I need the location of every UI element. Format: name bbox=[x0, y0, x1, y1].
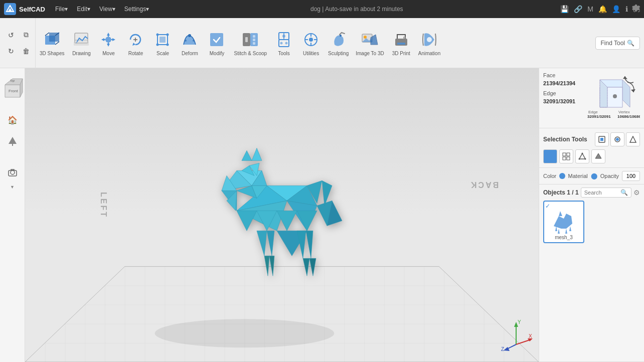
sel-wireframe[interactable] bbox=[559, 149, 573, 163]
app-logo[interactable]: SelfCAD bbox=[4, 3, 45, 15]
settings-menu[interactable]: Settings▾ bbox=[120, 4, 153, 15]
svg-marker-96 bbox=[237, 211, 257, 231]
horse-model-svg bbox=[177, 120, 387, 291]
bell-icon[interactable]: 🔔 bbox=[598, 5, 607, 13]
rotate-label: Rotate bbox=[128, 51, 143, 56]
svg-rect-34 bbox=[245, 37, 248, 42]
deform-label: Deform bbox=[182, 51, 198, 56]
camera-label: ▼ bbox=[10, 185, 15, 190]
find-tool-button[interactable]: Find Tool 🔍 bbox=[595, 37, 640, 50]
3d-print-icon bbox=[391, 30, 411, 50]
tool-sculpting[interactable]: Sculpting bbox=[325, 28, 352, 58]
material-icon[interactable]: ⬤ bbox=[591, 172, 597, 179]
viewport[interactable]: LEFT BACK bbox=[25, 68, 539, 362]
svg-point-24 bbox=[156, 34, 159, 36]
redo-button[interactable]: ↻ bbox=[4, 44, 18, 58]
edge-value: 32091/32091 bbox=[543, 98, 575, 104]
edit-menu[interactable]: Edit▾ bbox=[73, 4, 94, 15]
tool-move[interactable]: Move bbox=[95, 28, 121, 58]
3d-shapes-icon bbox=[42, 30, 62, 50]
scale-icon bbox=[152, 30, 173, 50]
svg-rect-36 bbox=[253, 39, 255, 41]
camera-button[interactable] bbox=[4, 163, 21, 180]
svg-marker-141 bbox=[559, 211, 562, 216]
svg-point-30 bbox=[193, 40, 195, 42]
color-swatch[interactable] bbox=[559, 173, 565, 179]
opacity-input[interactable] bbox=[622, 171, 640, 181]
share-icon[interactable]: 🔗 bbox=[574, 5, 582, 13]
z-axis-label: Z bbox=[501, 346, 504, 352]
tool-image-to-3d[interactable]: Image To 3D bbox=[353, 28, 387, 58]
material-section: Color Material ⬤ Opacity bbox=[539, 168, 644, 185]
svg-point-66 bbox=[11, 170, 15, 174]
utilities-label: Utilities bbox=[303, 51, 319, 56]
sel-vertex[interactable] bbox=[575, 149, 589, 163]
save-icon[interactable]: 💾 bbox=[560, 5, 569, 13]
orientation-widget[interactable]: Vertex 10686/10686 Edge 32091/32091 bbox=[587, 72, 640, 124]
sel-face[interactable] bbox=[591, 149, 605, 163]
sel-mode-icons bbox=[595, 132, 640, 146]
copy-button[interactable]: ⧉ bbox=[19, 28, 33, 42]
tool-3d-shapes[interactable]: 3D Shapes bbox=[37, 28, 67, 58]
panel-settings-gear[interactable] bbox=[632, 4, 640, 14]
animation-label: Animation bbox=[418, 51, 440, 56]
svg-point-128 bbox=[616, 138, 619, 141]
tool-utilities[interactable]: Utilities bbox=[298, 28, 324, 58]
svg-point-28 bbox=[188, 34, 191, 37]
m-icon[interactable]: M bbox=[587, 5, 593, 13]
tool-tools[interactable]: Tools bbox=[271, 28, 297, 58]
search-box[interactable]: 🔍 bbox=[581, 188, 631, 198]
file-menu[interactable]: File▾ bbox=[51, 4, 72, 15]
material-props-row: Color Material ⬤ Opacity bbox=[543, 171, 640, 181]
svg-marker-112 bbox=[622, 80, 630, 107]
tool-3d-print[interactable]: 3D Print bbox=[388, 28, 414, 58]
deform-icon bbox=[180, 30, 200, 50]
objects-settings-gear[interactable]: ⚙ bbox=[633, 189, 640, 197]
nav-cube[interactable]: Front Top bbox=[0, 75, 28, 105]
svg-marker-93 bbox=[309, 258, 316, 276]
tool-animation[interactable]: Animation bbox=[415, 28, 443, 58]
info-icon[interactable]: ℹ bbox=[625, 5, 628, 13]
delete-button[interactable]: 🗑 bbox=[19, 44, 33, 58]
list-item[interactable]: ✓ mesh_3 bbox=[543, 201, 584, 243]
undo-button[interactable]: ↺ bbox=[4, 28, 18, 42]
svg-marker-124 bbox=[623, 76, 627, 79]
tool-stitch-scoop[interactable]: Stitch & Scoop bbox=[231, 28, 270, 58]
profile-icon[interactable]: 👤 bbox=[612, 5, 620, 13]
sel-mode-2[interactable] bbox=[610, 132, 624, 146]
svg-marker-86 bbox=[257, 231, 267, 256]
sel-mode-3[interactable] bbox=[626, 132, 640, 146]
mesh-stats: Face 21394/21394 Edge 32091/32091 bbox=[543, 72, 585, 106]
objects-section: Objects 1 / 1 🔍 ⚙ ✓ bbox=[539, 185, 644, 362]
svg-rect-35 bbox=[253, 35, 255, 38]
svg-marker-143 bbox=[565, 229, 567, 234]
obj-thumbnail bbox=[546, 204, 581, 234]
copy-delete-col: ⧉ 🗑 bbox=[19, 28, 33, 58]
tool-scale[interactable]: Scale bbox=[149, 28, 176, 58]
tool-drawing[interactable]: Drawing bbox=[68, 28, 94, 58]
tool-deform[interactable]: Deform bbox=[177, 28, 203, 58]
svg-marker-144 bbox=[569, 226, 571, 231]
top-icons: 💾 🔗 M 🔔 👤 ℹ ⛶ bbox=[560, 5, 640, 13]
undo-col: ↺ ↻ bbox=[4, 28, 18, 58]
tool-modify[interactable]: Modify bbox=[204, 28, 230, 58]
edge-value-row: 32091/32091 bbox=[543, 98, 585, 104]
orientation-up[interactable] bbox=[4, 132, 21, 149]
tool-rotate[interactable]: Rotate bbox=[122, 28, 148, 58]
search-input[interactable] bbox=[584, 190, 620, 196]
main-area: Front Top ▼ 🏠 ▼ bbox=[0, 68, 644, 362]
sculpting-label: Sculpting bbox=[328, 51, 349, 56]
y-axis-label: Y bbox=[518, 319, 521, 325]
orientation-cube-svg[interactable]: Vertex 10686/10686 Edge 32091/32091 bbox=[587, 72, 640, 122]
view-menu[interactable]: View▾ bbox=[95, 4, 119, 15]
svg-text:10686/10686: 10686/10686 bbox=[617, 114, 640, 119]
3d-shapes-label: 3D Shapes bbox=[40, 51, 64, 56]
sel-mode-1[interactable] bbox=[595, 132, 609, 146]
svg-point-26 bbox=[156, 44, 159, 46]
autosave-info: Auto-save in about 2 minutes bbox=[325, 6, 403, 13]
sel-solid[interactable] bbox=[543, 149, 557, 163]
selection-tools-row bbox=[543, 149, 640, 163]
svg-point-25 bbox=[167, 34, 169, 36]
utilities-icon bbox=[301, 30, 321, 50]
home-button[interactable]: 🏠 bbox=[4, 111, 21, 128]
